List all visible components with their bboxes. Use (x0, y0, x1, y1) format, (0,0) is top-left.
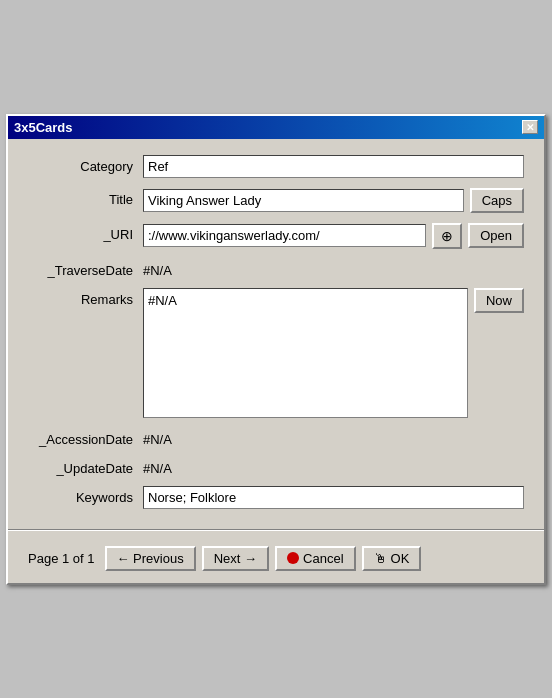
footer-divider (8, 529, 544, 530)
previous-button[interactable]: ← Previous (105, 546, 196, 571)
page-info: Page 1 of 1 (28, 551, 95, 566)
now-button[interactable]: Now (474, 288, 524, 313)
accession-date-row: _AccessionDate #N/A (28, 428, 524, 447)
window-title: 3x5Cards (14, 120, 73, 135)
keywords-row: Keywords (28, 486, 524, 509)
accession-date-control-group: #N/A (143, 428, 524, 447)
traverse-date-value: #N/A (143, 259, 172, 278)
remarks-textarea[interactable]: #N/A (143, 288, 468, 418)
title-row: Title Caps (28, 188, 524, 213)
form-content: Category Title Caps _URI ⊕ Open (8, 139, 544, 529)
cancel-label: Cancel (303, 551, 343, 566)
traverse-date-label: _TraverseDate (28, 259, 143, 278)
cancel-button[interactable]: Cancel (275, 546, 355, 571)
accession-date-label: _AccessionDate (28, 428, 143, 447)
traverse-date-row: _TraverseDate #N/A (28, 259, 524, 278)
category-control-group (143, 155, 524, 178)
title-label: Title (28, 188, 143, 207)
caps-button[interactable]: Caps (470, 188, 524, 213)
category-row: Category (28, 155, 524, 178)
remarks-row: Remarks #N/A Now (28, 288, 524, 418)
remarks-label: Remarks (28, 288, 143, 307)
ok-label: OK (391, 551, 410, 566)
update-date-label: _UpdateDate (28, 457, 143, 476)
category-input[interactable] (143, 155, 524, 178)
cancel-icon (287, 552, 299, 564)
update-date-control-group: #N/A (143, 457, 524, 476)
traverse-date-control-group: #N/A (143, 259, 524, 278)
title-control-group: Caps (143, 188, 524, 213)
uri-control-group: ⊕ Open (143, 223, 524, 249)
next-button[interactable]: Next → (202, 546, 269, 571)
remarks-container: #N/A Now (143, 288, 524, 418)
open-button[interactable]: Open (468, 223, 524, 248)
keywords-input[interactable] (143, 486, 524, 509)
target-icon: ⊕ (441, 228, 453, 244)
ok-button[interactable]: 🖱 OK (362, 546, 422, 571)
uri-label: _URI (28, 223, 143, 242)
keywords-label: Keywords (28, 486, 143, 505)
close-button[interactable]: ✕ (522, 120, 538, 134)
accession-date-value: #N/A (143, 428, 172, 447)
ok-icon: 🖱 (374, 551, 387, 566)
category-label: Category (28, 155, 143, 174)
uri-input[interactable] (143, 224, 426, 247)
update-date-value: #N/A (143, 457, 172, 476)
footer: Page 1 of 1 ← Previous Next → Cancel 🖱 O… (8, 538, 544, 583)
close-icon: ✕ (526, 122, 534, 133)
target-button[interactable]: ⊕ (432, 223, 462, 249)
update-date-row: _UpdateDate #N/A (28, 457, 524, 476)
title-bar: 3x5Cards ✕ (8, 116, 544, 139)
main-window: 3x5Cards ✕ Category Title Caps _URI (6, 114, 546, 585)
title-bar-buttons: ✕ (522, 120, 538, 134)
keywords-control-group (143, 486, 524, 509)
title-input[interactable] (143, 189, 464, 212)
uri-row: _URI ⊕ Open (28, 223, 524, 249)
